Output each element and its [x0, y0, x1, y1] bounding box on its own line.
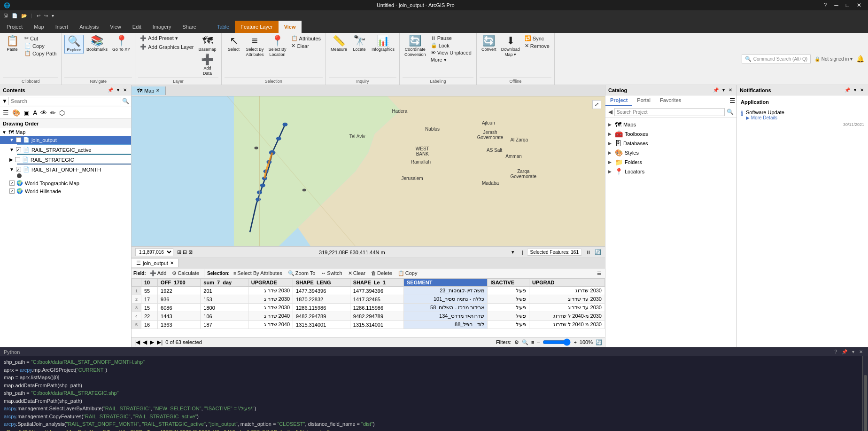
- tab-feature-layer[interactable]: Feature Layer: [235, 21, 278, 33]
- table-row[interactable]: 4 22 1443 106 2040 שדרוג 9482.294789 948…: [132, 312, 605, 321]
- qa-open-btn[interactable]: 📂: [20, 13, 28, 19]
- nav-last-btn[interactable]: ▶|: [157, 339, 163, 345]
- layer-item-map[interactable]: ▼ 🗺 Map: [0, 128, 131, 136]
- python-scrollbar[interactable]: [862, 356, 868, 431]
- symbology-icon[interactable]: 🎨: [11, 109, 21, 117]
- tab-imagery[interactable]: Imagery: [147, 21, 177, 33]
- notif-menu-btn[interactable]: ▾: [852, 87, 858, 93]
- col-shapelen[interactable]: SHAPE_LENG: [293, 279, 350, 287]
- nav-first-btn[interactable]: |◀: [134, 339, 140, 345]
- col-shapele1[interactable]: SHAPE_Le_1: [350, 279, 403, 287]
- download-map-btn[interactable]: ⬇ DownloadMap ▾: [499, 35, 522, 58]
- cut-btn[interactable]: ✂ Cut: [23, 35, 58, 42]
- contents-search-input[interactable]: [8, 97, 121, 105]
- filter-field-btn[interactable]: ≡: [531, 339, 534, 345]
- attr-tab-join[interactable]: ☰ join_output ✕: [132, 259, 179, 267]
- layer-checkbox-rail-active[interactable]: ✓: [16, 147, 21, 152]
- map-expand-btn[interactable]: ⤢: [592, 100, 601, 109]
- layer-checkbox-topo[interactable]: ✓: [9, 180, 15, 186]
- clear-attr-btn[interactable]: ✕ Clear: [346, 270, 367, 277]
- search-icon-btn[interactable]: 🔍: [122, 98, 129, 104]
- catalog-search-btn[interactable]: 🔍: [726, 108, 735, 116]
- contents-menu-btn[interactable]: ▾: [116, 87, 121, 93]
- maximize-btn[interactable]: □: [843, 1, 852, 9]
- select-by-attr-btn[interactable]: ≡ Select ByAttributes: [244, 35, 266, 58]
- notification-bell[interactable]: 🔔: [856, 55, 864, 63]
- layer-checkbox-stat[interactable]: ✓: [16, 167, 21, 172]
- tab-view[interactable]: View: [104, 21, 127, 33]
- coord-conversion-btn[interactable]: 🔄 CoordinateConversion: [403, 35, 428, 58]
- zoom-to-attr-btn[interactable]: 🔍 Zoom To: [286, 270, 318, 277]
- layer-item-rail-strategic[interactable]: ▶ 📄 RAIL_STRATEGIC: [0, 156, 131, 164]
- col-upgrade[interactable]: UPGRADE: [248, 279, 293, 287]
- layer-item-rail-stat[interactable]: ▼ ✓ 📄 RAIL_STAT_ONOFF_MONTH: [0, 165, 131, 173]
- col-off1700[interactable]: OFF_1700: [158, 279, 201, 287]
- col-rownum[interactable]: [132, 279, 141, 287]
- layer-item-world-topo[interactable]: ✓ 🌍 World Topographic Map: [0, 179, 131, 187]
- goto-xy-btn[interactable]: 📍 Go To XY: [110, 35, 132, 53]
- catalog-pin-btn[interactable]: 📌: [712, 87, 720, 93]
- tree-item-maps[interactable]: ▶ 🗺 Maps: [605, 120, 736, 129]
- select-by-loc-btn[interactable]: 📍 Select ByLocation: [267, 35, 288, 58]
- tab-view2[interactable]: View: [279, 21, 302, 33]
- tree-item-styles[interactable]: ▶ 🎨 Styles: [605, 148, 736, 157]
- map-tab[interactable]: 🗺 Map ✕: [132, 86, 166, 95]
- attr-add-btn[interactable]: ➕ Add: [148, 270, 169, 277]
- infographics-btn[interactable]: 📊 Infographics: [370, 35, 396, 53]
- catalog-tab-project[interactable]: Project: [605, 95, 632, 106]
- pause-map-btn[interactable]: ⏸: [586, 250, 591, 255]
- catalog-menu-btn2[interactable]: ▾: [721, 87, 726, 93]
- layer-item-rail-active[interactable]: ▼ ✓ 📄 RAIL_STRATEGIC_active: [0, 146, 131, 154]
- layer-checkbox-join[interactable]: ✓: [16, 137, 21, 142]
- explore-btn[interactable]: 🔍 Explore: [64, 35, 84, 54]
- attributes-btn[interactable]: 📋 Attributes: [289, 35, 323, 42]
- table-row[interactable]: 5 16 1363 187 2040 שדרוג 1315.314001 131…: [132, 321, 605, 329]
- notif-more-details[interactable]: ▶ More Details: [746, 115, 784, 120]
- basemap-btn[interactable]: 🗺 Basemap: [196, 35, 218, 53]
- catalog-back-btn[interactable]: ◀: [607, 108, 613, 116]
- add-preset-btn[interactable]: ➕ Add Preset ▾: [138, 35, 195, 42]
- layer-checkbox-hill[interactable]: ✓: [9, 188, 15, 194]
- table-row[interactable]: 2 17 936 153 2030 שדרוג 1870.22832 1417.…: [132, 295, 605, 304]
- refresh-map-btn[interactable]: 🔄: [595, 249, 601, 255]
- layer-item-join-output[interactable]: ▼ ✓ 📄 join_output: [0, 136, 131, 144]
- python-close-btn[interactable]: ✕: [858, 349, 864, 355]
- layer-checkbox-rail[interactable]: [15, 157, 20, 162]
- tab-table[interactable]: Table: [211, 21, 235, 33]
- tree-item-databases[interactable]: ▶ 🗄 Databases: [605, 139, 736, 148]
- zoom-slider[interactable]: [542, 338, 571, 346]
- close-btn[interactable]: ✕: [854, 1, 864, 9]
- tree-item-locators[interactable]: ▶ 📍 Locators: [605, 167, 736, 176]
- tab-share[interactable]: Share: [177, 21, 202, 33]
- python-body[interactable]: shp_path = "C:/book/data/RAIL_STAT_ONOFF…: [0, 356, 862, 431]
- labeling-icon[interactable]: A: [32, 109, 38, 117]
- coord-dropdown[interactable]: ▾: [512, 249, 514, 255]
- copy-path-btn[interactable]: 📋 Copy Path: [23, 50, 58, 57]
- catalog-search-input[interactable]: [614, 108, 725, 116]
- tab-edit[interactable]: Edit: [127, 21, 147, 33]
- add-graphics-btn[interactable]: ➕ Add Graphics Layer: [138, 43, 195, 50]
- map-tab-close[interactable]: ✕: [156, 88, 160, 93]
- view-unplaced-btn[interactable]: 👁 View Unplaced: [429, 49, 473, 56]
- more-btn[interactable]: More ▾: [429, 56, 473, 63]
- drawing-icon[interactable]: ✏: [49, 109, 57, 117]
- user-account[interactable]: 🔒 Not signed in ▾: [814, 56, 852, 62]
- paste-btn[interactable]: 📋 Paste: [3, 35, 22, 53]
- col-num[interactable]: 10: [141, 279, 158, 287]
- layer-item-hillshade[interactable]: ✓ 🌍 World Hillshade: [0, 187, 131, 195]
- delete-attr-btn[interactable]: 🗑 Delete: [369, 270, 394, 276]
- col-upgrad[interactable]: UPGRAD: [529, 279, 604, 287]
- catalog-tab-portal[interactable]: Portal: [632, 95, 655, 106]
- convert-btn[interactable]: 🔄 Convert: [480, 35, 498, 53]
- layer-list-icon[interactable]: ☰: [2, 109, 10, 117]
- tab-project[interactable]: Project: [1, 21, 28, 33]
- col-segment[interactable]: SEGMENT: [403, 279, 487, 287]
- attr-table[interactable]: 10 OFF_1700 sum_7_day UPGRADE SHAPE_LENG…: [132, 278, 605, 337]
- notif-pin-btn[interactable]: 📌: [843, 87, 852, 93]
- help-btn[interactable]: ?: [821, 1, 830, 9]
- python-pin-btn[interactable]: 📌: [840, 349, 849, 355]
- locate-btn[interactable]: 🔭 Locate: [350, 35, 369, 53]
- qa-more-btn[interactable]: ▾: [50, 13, 55, 19]
- switch-attr-btn[interactable]: ↔ Switch: [319, 270, 344, 276]
- col-isactive[interactable]: ISACTIVE: [488, 279, 529, 287]
